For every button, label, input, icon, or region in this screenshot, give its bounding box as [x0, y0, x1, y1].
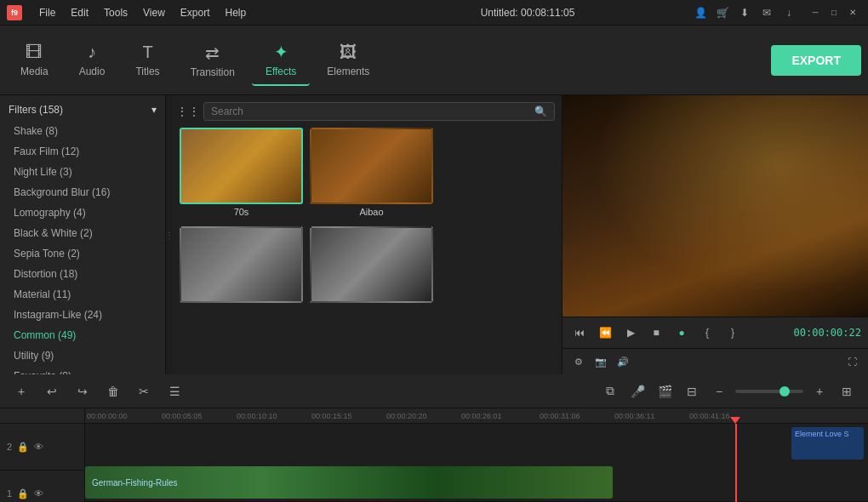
element-clip[interactable]: Element Love S Element Love S: [791, 427, 864, 459]
media-label: Media: [20, 66, 49, 77]
menu-view[interactable]: View: [136, 5, 172, 20]
filter-utility[interactable]: Utility (9): [0, 345, 165, 366]
window-controls: ─ □ ✕: [807, 4, 861, 21]
preview-video-inner: [562, 95, 868, 317]
menu-export[interactable]: Export: [174, 5, 217, 20]
ruler-mark-4: 00:00:20:20: [386, 412, 427, 420]
audio-icon-preview[interactable]: 🔊: [614, 352, 632, 371]
adjustments-button[interactable]: ☰: [163, 380, 186, 402]
effect-aibao[interactable]: Aibao: [310, 128, 433, 220]
bracket-open-button[interactable]: {: [697, 322, 717, 343]
add-track-button[interactable]: +: [10, 380, 32, 402]
skip-back-button[interactable]: ⏮: [569, 322, 590, 343]
grid-view-icon[interactable]: ⋮⋮: [180, 103, 197, 120]
preview-settings-icon[interactable]: ⚙: [569, 352, 588, 371]
ruler-mark-8: 00:00:41:16: [689, 412, 730, 420]
filter-night-life[interactable]: Night Life (3): [0, 162, 165, 182]
filter-favourite[interactable]: Favourite (0): [0, 366, 165, 374]
redo-button[interactable]: ↪: [71, 380, 94, 402]
maximize-button[interactable]: □: [825, 4, 842, 21]
filter-lomography[interactable]: Lomography (4): [0, 203, 165, 223]
ruler-mark-1: 00:00:05:05: [162, 412, 203, 420]
filter-distortion[interactable]: Distortion (18): [0, 264, 165, 284]
step-back-button[interactable]: ⏪: [595, 322, 615, 343]
preview-controls: ⏮ ⏪ ▶ ■ ● { } 00:00:00:22: [562, 317, 868, 348]
transition-icon: ⇄: [205, 43, 220, 63]
fullscreen-icon[interactable]: ⛶: [842, 352, 861, 371]
menu-bar: File Edit Tools View Export Help: [32, 5, 363, 20]
stop-button[interactable]: ■: [646, 322, 666, 343]
menu-help[interactable]: Help: [219, 5, 254, 20]
camera-button[interactable]: 🎬: [654, 380, 676, 402]
import-icon[interactable]: ⬇: [737, 5, 752, 20]
clip-icon[interactable]: ⧉: [599, 380, 621, 402]
effect-filter3[interactable]: [180, 226, 303, 308]
effect-thumb-70s: [180, 128, 303, 204]
main-content: Filters (158) ▾ Shake (8) Faux Film (12)…: [0, 95, 868, 374]
preview-toolbar2: ⚙ 📷 🔊 ⛶: [562, 348, 868, 374]
fit-button[interactable]: ⊞: [836, 380, 858, 402]
track-v2-lock-icon[interactable]: 🔒: [17, 442, 29, 453]
split-button[interactable]: ⊟: [681, 380, 703, 402]
effect-label-bw: [310, 303, 433, 308]
snapshot-icon[interactable]: 📷: [591, 352, 610, 371]
filter-common[interactable]: Common (49): [0, 325, 165, 345]
preview-video: [562, 95, 868, 317]
dot-button[interactable]: ●: [671, 322, 692, 343]
track-v1-eye-icon[interactable]: 👁: [34, 488, 43, 499]
zoom-slider[interactable]: [735, 390, 803, 393]
timeline-content: 2 🔒 👁 1 🔒 👁 00:00:00:00 00:00:05:05 00:0…: [0, 408, 868, 502]
filter-instagram[interactable]: Instagram-Like (24): [0, 305, 165, 325]
filter-bg-blur[interactable]: Background Blur (16): [0, 182, 165, 203]
filters-header[interactable]: Filters (158) ▾: [0, 99, 165, 121]
mail-icon[interactable]: ✉: [759, 5, 774, 20]
track-content: 00:00:00:00 00:00:05:05 00:00:10:10 00:0…: [85, 408, 868, 502]
filter-shake[interactable]: Shake (8): [0, 121, 165, 141]
zoom-control: ⧉ 🎤 🎬 ⊟ − + ⊞: [599, 380, 858, 402]
minimize-button[interactable]: ─: [807, 4, 824, 21]
cut-button[interactable]: ✂: [133, 380, 155, 402]
undo-button[interactable]: ↩: [41, 380, 63, 402]
menu-file[interactable]: File: [32, 5, 62, 20]
filters-panel: Filters (158) ▾ Shake (8) Faux Film (12)…: [0, 95, 166, 374]
close-button[interactable]: ✕: [844, 4, 861, 21]
filter-sepia[interactable]: Sepia Tone (2): [0, 243, 165, 264]
play-button[interactable]: ▶: [620, 322, 641, 343]
menu-tools[interactable]: Tools: [97, 5, 134, 20]
video-clip[interactable]: German-Fishing-Rules: [85, 466, 613, 499]
playhead[interactable]: [735, 424, 737, 502]
filter-bw[interactable]: Black & White (2): [0, 223, 165, 243]
effect-70s[interactable]: 70s: [180, 128, 303, 220]
export-button[interactable]: EXPORT: [771, 45, 861, 76]
toolbar-elements[interactable]: 🖼 Elements: [313, 36, 383, 84]
video-clip-label: German-Fishing-Rules: [87, 476, 183, 489]
menu-edit[interactable]: Edit: [64, 5, 95, 20]
mic-button[interactable]: 🎤: [626, 380, 648, 402]
toolbar-effects[interactable]: ✦ Effects: [252, 35, 310, 86]
download-icon[interactable]: ↓: [781, 5, 797, 20]
track-v1-lock-icon[interactable]: 🔒: [17, 488, 29, 499]
delete-button[interactable]: 🗑: [102, 380, 124, 402]
plus-zoom[interactable]: +: [808, 380, 831, 402]
filter-material[interactable]: Material (11): [0, 284, 165, 305]
cart-icon[interactable]: 🛒: [715, 5, 730, 20]
effect-label-aibao: Aibao: [310, 204, 433, 220]
effects-icon: ✦: [274, 42, 288, 62]
account-icon[interactable]: 👤: [693, 5, 708, 20]
toolbar-transition[interactable]: ⇄ Transition: [177, 36, 248, 85]
toolbar-titles[interactable]: T Titles: [122, 36, 173, 84]
toolbar-audio[interactable]: ♪ Audio: [66, 36, 119, 84]
effect-bw-filter[interactable]: [310, 226, 433, 308]
track-v1: German-Fishing-Rules: [85, 463, 868, 502]
minus-zoom[interactable]: −: [708, 380, 730, 402]
track-label-v1: 1 🔒 👁: [0, 471, 84, 502]
app-logo: f9: [7, 5, 22, 20]
panel-divider[interactable]: [166, 95, 173, 374]
search-box: 🔍: [203, 102, 555, 121]
toolbar-media[interactable]: 🎞 Media: [7, 36, 62, 84]
bracket-close-button[interactable]: }: [722, 322, 743, 343]
filter-faux-film[interactable]: Faux Film (12): [0, 141, 165, 162]
track-v2-eye-icon[interactable]: 👁: [34, 442, 43, 452]
search-input[interactable]: [211, 106, 529, 117]
grid-icons: ⋮⋮: [180, 103, 197, 120]
